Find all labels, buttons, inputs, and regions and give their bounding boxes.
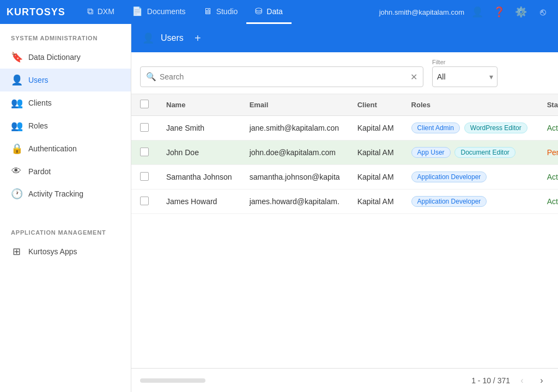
user-roles: Client Admin WordPress Editor bbox=[403, 116, 538, 140]
auth-icon: 🔒 bbox=[11, 143, 22, 155]
select-all-checkbox[interactable] bbox=[140, 100, 149, 108]
role-badge: WordPress Editor bbox=[464, 122, 527, 133]
sidebar-item-roles[interactable]: 👥 Roles bbox=[0, 114, 131, 137]
row-checkbox-cell bbox=[131, 116, 157, 140]
logo: KURTOSYS bbox=[7, 7, 65, 18]
prev-page-button[interactable]: ‹ bbox=[514, 373, 530, 388]
nav-item-studio[interactable]: 🖥 Studio bbox=[195, 0, 247, 24]
search-box: 🔍 ✕ bbox=[140, 66, 423, 87]
role-badge: Client Admin bbox=[411, 122, 460, 133]
table-body: Jane Smith jane.smith@kapitalam.con Kapi… bbox=[131, 116, 558, 214]
sidebar-label-clients: Clients bbox=[28, 99, 52, 107]
table-footer: 1 - 10 / 371 ‹ › bbox=[131, 368, 558, 392]
filter-group: Filter All bbox=[432, 59, 498, 87]
user-email: jane.smith@kapitalam.con bbox=[241, 116, 349, 140]
user-email: john.smith@kapitalam.com bbox=[379, 8, 464, 16]
sidebar-item-users[interactable]: 👤 Users bbox=[0, 69, 131, 91]
sidebar-label-pardot: Pardot bbox=[28, 167, 51, 176]
search-input[interactable] bbox=[160, 72, 410, 81]
user-roles: Application Developer bbox=[403, 189, 538, 214]
add-user-button[interactable]: + bbox=[190, 30, 205, 46]
user-client: Kapital AM bbox=[349, 116, 403, 140]
clear-search-icon[interactable]: ✕ bbox=[410, 72, 417, 82]
row-checkbox[interactable] bbox=[140, 123, 149, 132]
system-admin-label: SYSTEM ADMINISTRATION bbox=[0, 24, 131, 46]
logout-icon[interactable]: ⎋ bbox=[534, 3, 551, 21]
activity-icon: 🕐 bbox=[11, 188, 22, 200]
content-title: Users bbox=[161, 33, 184, 43]
sidebar-label-data-dictionary: Data Dictionary bbox=[28, 53, 81, 62]
nav-label-documents: Documents bbox=[147, 7, 186, 16]
kurtosys-apps-icon: ⊞ bbox=[11, 246, 22, 258]
nav-label-dxm: DXM bbox=[98, 7, 114, 16]
user-client: Kapital AM bbox=[349, 140, 403, 165]
sidebar-item-activity-tracking[interactable]: 🕐 Activity Tracking bbox=[0, 182, 131, 205]
sidebar-label-kurtosys-apps: Kurtosys Apps bbox=[28, 247, 77, 256]
pardot-icon: 👁 bbox=[11, 166, 22, 177]
main-content: 👤 Users + 🔍 ✕ Filter All bbox=[131, 24, 558, 392]
role-badge: Application Developer bbox=[411, 196, 487, 207]
col-name: Name bbox=[157, 94, 241, 116]
horizontal-scrollbar[interactable] bbox=[140, 378, 205, 383]
filter-select-wrapper: All bbox=[432, 66, 498, 87]
user-name: James Howard bbox=[157, 189, 241, 214]
row-checkbox[interactable] bbox=[140, 148, 149, 156]
row-checkbox-cell bbox=[131, 165, 157, 189]
user-client: Kapital AM bbox=[349, 165, 403, 189]
user-email: john.doe@kapitalam.com bbox=[241, 140, 349, 165]
user-status: Active bbox=[538, 189, 558, 214]
user-status: Active bbox=[538, 165, 558, 189]
nav-item-documents[interactable]: 📄 Documents bbox=[123, 0, 195, 24]
content-header: 👤 Users + bbox=[131, 24, 558, 52]
dxm-icon: ⧉ bbox=[87, 7, 93, 16]
table-row[interactable]: Jane Smith jane.smith@kapitalam.con Kapi… bbox=[131, 116, 558, 140]
documents-icon: 📄 bbox=[132, 6, 143, 16]
next-page-button[interactable]: › bbox=[534, 373, 549, 388]
table-header: Name Email Client Roles Status bbox=[131, 94, 558, 116]
pagination-summary: 1 - 10 / 371 bbox=[471, 376, 510, 385]
user-email: james.howard@kapitalam. bbox=[241, 189, 349, 214]
user-roles: App User Document Editor bbox=[403, 140, 538, 165]
table-area: 🔍 ✕ Filter All bbox=[131, 52, 558, 392]
user-name: Samantha Johnson bbox=[157, 165, 241, 189]
search-icon: 🔍 bbox=[146, 72, 156, 82]
user-status: Pending Re bbox=[538, 140, 558, 165]
nav-item-dxm[interactable]: ⧉ DXM bbox=[78, 0, 123, 24]
row-checkbox[interactable] bbox=[140, 197, 149, 205]
top-nav: KURTOSYS ⧉ DXM 📄 Documents 🖥 Studio ⛁ Da… bbox=[0, 0, 558, 24]
row-checkbox-cell bbox=[131, 189, 157, 214]
filter-select[interactable]: All bbox=[432, 66, 498, 87]
nav-label-data: Data bbox=[266, 7, 283, 16]
studio-icon: 🖥 bbox=[203, 7, 212, 16]
sidebar-item-pardot[interactable]: 👁 Pardot bbox=[0, 160, 131, 182]
data-icon: ⛁ bbox=[255, 6, 262, 16]
user-icon[interactable]: 👤 bbox=[469, 3, 486, 21]
table-row[interactable]: Samantha Johnson samantha.johnson@kapita… bbox=[131, 165, 558, 189]
pagination: 1 - 10 / 371 ‹ › bbox=[471, 373, 549, 388]
table-row[interactable]: John Doe john.doe@kapitalam.com Kapital … bbox=[131, 140, 558, 165]
sidebar-label-activity-tracking: Activity Tracking bbox=[28, 189, 83, 198]
nav-items: ⧉ DXM 📄 Documents 🖥 Studio ⛁ Data bbox=[78, 0, 379, 24]
table-row[interactable]: James Howard james.howard@kapitalam. Kap… bbox=[131, 189, 558, 214]
role-badge: Application Developer bbox=[411, 171, 487, 182]
data-dictionary-icon: 🔖 bbox=[11, 51, 22, 63]
nav-item-data[interactable]: ⛁ Data bbox=[246, 0, 292, 24]
sidebar-item-kurtosys-apps[interactable]: ⊞ Kurtosys Apps bbox=[0, 240, 131, 263]
user-name: John Doe bbox=[157, 140, 241, 165]
user-status: Active bbox=[538, 116, 558, 140]
sidebar-item-authentication[interactable]: 🔒 Authentication bbox=[0, 137, 131, 160]
help-icon[interactable]: ❓ bbox=[490, 3, 508, 21]
user-client: Kapital AM bbox=[349, 189, 403, 214]
users-header-icon: 👤 bbox=[142, 32, 154, 44]
sidebar-label-authentication: Authentication bbox=[28, 144, 77, 153]
col-email: Email bbox=[241, 94, 349, 116]
sidebar: SYSTEM ADMINISTRATION 🔖 Data Dictionary … bbox=[0, 24, 131, 392]
nav-right: john.smith@kapitalam.com 👤 ❓ ⚙️ ⎋ bbox=[379, 3, 551, 21]
row-checkbox[interactable] bbox=[140, 172, 149, 181]
sidebar-item-clients[interactable]: 👥 Clients bbox=[0, 91, 131, 114]
settings-icon[interactable]: ⚙️ bbox=[512, 3, 530, 21]
data-table: Name Email Client Roles Status bbox=[131, 94, 558, 368]
col-status: Status bbox=[538, 94, 558, 116]
user-email: samantha.johnson@kapita bbox=[241, 165, 349, 189]
sidebar-item-data-dictionary[interactable]: 🔖 Data Dictionary bbox=[0, 46, 131, 69]
